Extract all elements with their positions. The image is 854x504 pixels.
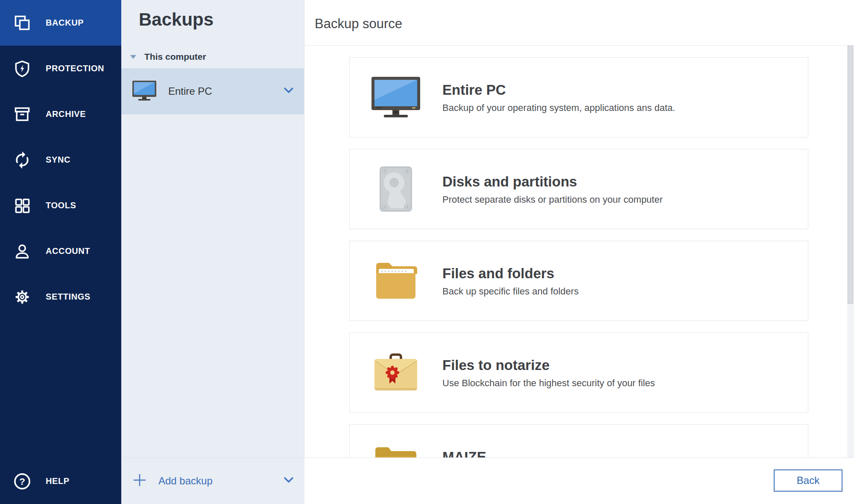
- card-subtitle: Use Blockchain for the highest security …: [442, 377, 655, 390]
- hard-drive-icon: [371, 166, 421, 212]
- main-header: Backup source: [304, 0, 854, 46]
- sidebar: BACKUP PROTECTION ARCHIVE SYNC: [0, 0, 121, 504]
- card-subtitle: Protect separate disks or partitions on …: [442, 193, 663, 206]
- monitor-icon: [371, 76, 421, 119]
- account-icon: [13, 242, 32, 261]
- add-backup-button[interactable]: Add backup: [121, 457, 304, 504]
- sidebar-item-account[interactable]: ACCOUNT: [0, 228, 121, 274]
- card-title: Files to notarize: [442, 356, 655, 374]
- backups-panel: Backups This computer Entire PC: [121, 0, 304, 504]
- backup-item-label: Entire PC: [168, 85, 212, 97]
- sidebar-item-label: BACKUP: [46, 18, 84, 28]
- protection-icon: [13, 59, 32, 78]
- footer: Back: [304, 457, 854, 504]
- main-area: Backup source Entire PC Backup of your: [304, 0, 854, 504]
- tools-icon: [13, 196, 32, 215]
- sidebar-item-sync[interactable]: SYNC: [0, 137, 121, 183]
- card-disks-and-partitions[interactable]: Disks and partitions Protect separate di…: [349, 149, 808, 229]
- triangle-down-icon[interactable]: [130, 55, 136, 59]
- card-files-and-folders[interactable]: Files and folders Back up specific files…: [349, 241, 808, 321]
- plus-icon: [132, 473, 147, 489]
- card-files-to-notarize[interactable]: Files to notarize Use Blockchain for the…: [349, 332, 808, 413]
- backup-source-list: Entire PC Backup of your operating syste…: [304, 46, 854, 504]
- card-subtitle: Back up specific files and folders: [442, 285, 579, 298]
- add-backup-label: Add backup: [158, 475, 213, 487]
- sidebar-item-backup[interactable]: BACKUP: [0, 0, 121, 46]
- svg-text:?: ?: [19, 476, 25, 487]
- briefcase-seal-icon: [371, 353, 421, 392]
- panel-title: Backups: [139, 9, 304, 31]
- sidebar-item-help[interactable]: ? HELP: [0, 458, 121, 504]
- sync-icon: [13, 151, 32, 169]
- sidebar-item-tools[interactable]: TOOLS: [0, 183, 121, 228]
- sidebar-item-settings[interactable]: SETTINGS: [0, 274, 121, 320]
- card-title: Files and folders: [442, 265, 579, 283]
- card-entire-pc[interactable]: Entire PC Backup of your operating syste…: [349, 57, 808, 137]
- sidebar-item-label: ACCOUNT: [46, 246, 90, 256]
- chevron-down-icon[interactable]: [283, 84, 295, 98]
- sidebar-item-label: SYNC: [46, 155, 70, 165]
- chevron-down-icon[interactable]: [283, 474, 295, 488]
- card-subtitle: Backup of your operating system, applica…: [442, 102, 675, 114]
- help-icon: ?: [13, 472, 32, 491]
- backup-icon: [13, 14, 32, 32]
- sidebar-item-protection[interactable]: PROTECTION: [0, 46, 121, 91]
- scrollbar-track[interactable]: [847, 46, 854, 458]
- sidebar-item-label: ARCHIVE: [46, 109, 86, 119]
- archive-icon: [13, 105, 32, 124]
- sidebar-item-label: HELP: [46, 476, 70, 486]
- page-title: Backup source: [304, 14, 402, 32]
- sidebar-item-archive[interactable]: ARCHIVE: [0, 91, 121, 137]
- sidebar-item-label: SETTINGS: [46, 292, 91, 302]
- card-title: Disks and partitions: [442, 173, 663, 191]
- scrollbar-thumb[interactable]: [848, 46, 853, 304]
- folder-open-icon: [371, 261, 421, 300]
- group-label: This computer: [144, 52, 206, 62]
- card-title: Entire PC: [442, 81, 675, 99]
- settings-icon: [13, 288, 32, 306]
- sidebar-item-label: TOOLS: [46, 201, 76, 210]
- group-this-computer[interactable]: This computer: [121, 47, 304, 66]
- monitor-icon: [132, 80, 157, 102]
- sidebar-item-label: PROTECTION: [46, 64, 104, 73]
- backup-list-item-entire-pc[interactable]: Entire PC: [121, 68, 304, 114]
- back-button[interactable]: Back: [774, 469, 842, 492]
